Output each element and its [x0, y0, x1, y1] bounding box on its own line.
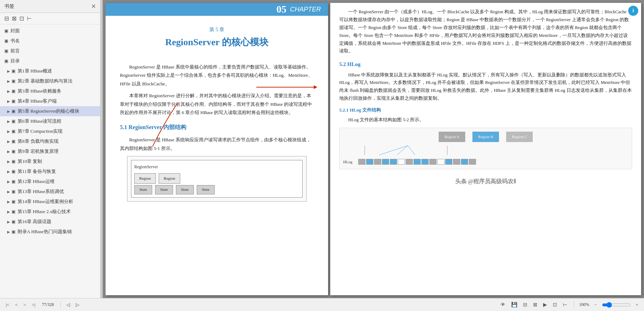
sidebar-item-cover[interactable]: ▣ 封面: [0, 26, 100, 36]
chapter-label-text: CHAPTER: [290, 6, 321, 13]
export-icon[interactable]: ⊡: [551, 301, 559, 308]
para1: RegionServer 是 HBase 系统中最核心的组件，主要负责用户数据写…: [120, 63, 314, 88]
chapter-banner: 05 CHAPTER: [106, 3, 328, 16]
hlog-cell-12: [445, 159, 452, 165]
toolbar-icon-3[interactable]: ⊡: [19, 15, 24, 22]
sidebar-item-appendix[interactable]: ▶ ▣ 附录A HBase热门问题集锦: [0, 227, 100, 237]
hlog-cell-5: [390, 159, 397, 165]
section-52-heading: 5.2 HLog: [339, 60, 632, 69]
play-icon[interactable]: ▶: [542, 301, 549, 308]
sidebar-item-ch3[interactable]: ▶ ▣ 第3章 HBase依赖服务: [0, 86, 100, 96]
region-row: Region Region: [134, 173, 299, 184]
sidebar-header: 书签 ✕: [0, 0, 100, 13]
arrow-icon: ▶: [7, 170, 10, 174]
arrow-icon: ▶: [7, 190, 10, 194]
share-icon[interactable]: ⊢: [561, 301, 569, 308]
item-icon: ▣: [11, 189, 15, 194]
sidebar-item-ch11[interactable]: ▶ ▣ 第11章 备份与恢复: [0, 166, 100, 176]
region-b-box: Region B: [472, 132, 499, 142]
page-total: 328: [47, 302, 54, 307]
nav-prev-button[interactable]: <: [13, 301, 20, 308]
toolbar-icon-2[interactable]: ⊠: [12, 15, 17, 22]
item-icon: ▣: [11, 119, 15, 124]
section-51-heading: 5.1 RegionServer 内部结构: [120, 122, 314, 133]
hlog-cell-8: [414, 159, 421, 165]
para2: 本章将对 RegionServer 进行分解，并对其中的核心模块进行深入介绍。需…: [120, 91, 314, 117]
sidebar-item-ch5[interactable]: ▶ ▣ 第5章 RegionServer的核心模块: [0, 106, 100, 116]
arrow-icon: ▶: [7, 180, 10, 184]
divider-1: [60, 301, 61, 308]
arrow-icon: ▶: [7, 109, 10, 113]
store-block-4: Store: [197, 185, 215, 194]
region-c-box: Region C: [506, 132, 533, 142]
sidebar-item-ch14[interactable]: ▶ ▣ 第14章 HBase运维案例分析: [0, 197, 100, 207]
sidebar-item-title[interactable]: ▣ 书名: [0, 36, 100, 46]
sidebar-content: ▣ 封面 ▣ 书名 ▣ 前言 ▣ 目录 ▶ ▣: [0, 24, 100, 298]
eye-icon[interactable]: 👁: [499, 301, 507, 308]
hlog-cell-1: [358, 159, 365, 165]
toolbar-icon-4[interactable]: ⊢: [27, 15, 32, 22]
arrow-icon: ▶: [7, 89, 10, 93]
sidebar-item-ch10[interactable]: ▶ ▣ 第10章 复制: [0, 156, 100, 166]
arrow-icon: ▶: [7, 69, 10, 73]
pdf-page-right: 一个 RegionServer 由一个（或多个）HLog、一个 BlockCac…: [330, 3, 641, 295]
zoom-plus-button[interactable]: +: [634, 301, 640, 308]
sidebar-item-ch16[interactable]: ▶ ▣ 第16章 高级话题: [0, 217, 100, 227]
zoom-slider[interactable]: [602, 302, 631, 308]
store-block-2: Store: [155, 185, 173, 194]
item-icon: ▣: [11, 169, 15, 174]
sidebar-item-ch15[interactable]: ▶ ▣ 第15章 HBase 2.x核心技术: [0, 207, 100, 217]
panel-icon[interactable]: ⊟: [522, 301, 529, 308]
sidebar-item-preface[interactable]: ▣ 前言: [0, 46, 100, 56]
close-icon[interactable]: ✕: [91, 3, 96, 10]
sidebar-item-ch6[interactable]: ▶ ▣ 第6章 HBase读写流程: [0, 116, 100, 126]
hlog-cell-13: [453, 159, 460, 165]
sidebar: 书签 ✕ ⊟ ⊠ ⊡ ⊢ ▣ 封面 ▣ 书名 ▣: [0, 0, 101, 298]
arrow-icon: ▶: [7, 220, 10, 224]
item-icon: ▣: [11, 129, 15, 134]
nav-next-button[interactable]: >: [21, 301, 28, 308]
page-current: 77: [42, 302, 46, 307]
sidebar-item-ch4[interactable]: ▶ ▣ 第4章 HBase客户端: [0, 96, 100, 106]
sidebar-item-ch12[interactable]: ▶ ▣ 第12章 HBase运维: [0, 176, 100, 187]
store-block-1: Store: [134, 185, 152, 194]
pdf-page-left: 05 CHAPTER 第 5 章 RegionServer 的核心模块: [106, 3, 328, 295]
zoom-minus-button[interactable]: −: [592, 301, 599, 308]
toolbar-icon-1[interactable]: ⊟: [4, 15, 9, 22]
arrow-icon: ▶: [7, 160, 10, 164]
sidebar-item-ch2[interactable]: ▶ ▣ 第2章 基础数据结构与算法: [0, 76, 100, 86]
sidebar-item-ch1[interactable]: ▶ ▣ 第1章 HBase概述: [0, 66, 100, 76]
main-area: 书签 ✕ ⊟ ⊠ ⊡ ⊢ ▣ 封面 ▣ 书名 ▣: [0, 0, 644, 298]
arrow-icon: ▶: [7, 140, 10, 143]
item-icon: ▣: [11, 99, 15, 104]
nav-last-button[interactable]: >|: [30, 301, 38, 308]
sidebar-item-ch7[interactable]: ▶ ▣ 第7章 Compaction实现: [0, 126, 100, 136]
item-icon: ▣: [11, 209, 15, 215]
bottom-right: 👁 💾 ⊟ ⊠ ▶ ⊡ ⊢ 100% − +: [499, 301, 640, 308]
item-icon: ▣: [4, 28, 8, 34]
nav-back-button[interactable]: ◁: [64, 301, 72, 308]
sidebar-item-ch13[interactable]: ▶ ▣ 第13章 HBase系统调优: [0, 187, 100, 197]
sidebar-item-ch8[interactable]: ▶ ▣ 第8章 负载均衡实现: [0, 136, 100, 146]
regionserver-diagram: RegionServer Region Region Store Store S…: [127, 156, 307, 202]
region-server-box: RegionServer Region Region Store Store S…: [131, 160, 303, 198]
sidebar-item-toc[interactable]: ▣ 目录: [0, 56, 100, 66]
hlog-cell-10: [429, 159, 437, 165]
arrow-icon: ▶: [7, 79, 10, 83]
region-block-2: Region: [159, 173, 180, 184]
sidebar-item-ch9[interactable]: ▶ ▣ 第9章 宕机恢复原理: [0, 146, 100, 156]
right-page-body: 一个 RegionServer 由一个（或多个）HLog、一个 BlockCac…: [330, 3, 641, 295]
item-icon: ▣: [11, 109, 15, 114]
sidebar-title: 书签: [4, 3, 14, 10]
nav-first-button[interactable]: |<: [4, 301, 11, 308]
save-icon[interactable]: 💾: [510, 301, 519, 308]
nav-forward-button[interactable]: ▷: [74, 301, 81, 308]
item-icon: ▣: [11, 179, 15, 184]
store-block-3: Store: [176, 185, 194, 194]
hlog-connectors-svg: [343, 145, 628, 156]
info-badge: i: [628, 6, 638, 16]
panel2-icon[interactable]: ⊠: [532, 301, 539, 308]
chapter-title-zh: 第 5 章: [120, 27, 314, 33]
para3: RegionServer 是 HBase 系统响应应用户读写请求的工作节点组件，…: [120, 136, 314, 152]
arrow-icon: ▶: [7, 99, 10, 103]
